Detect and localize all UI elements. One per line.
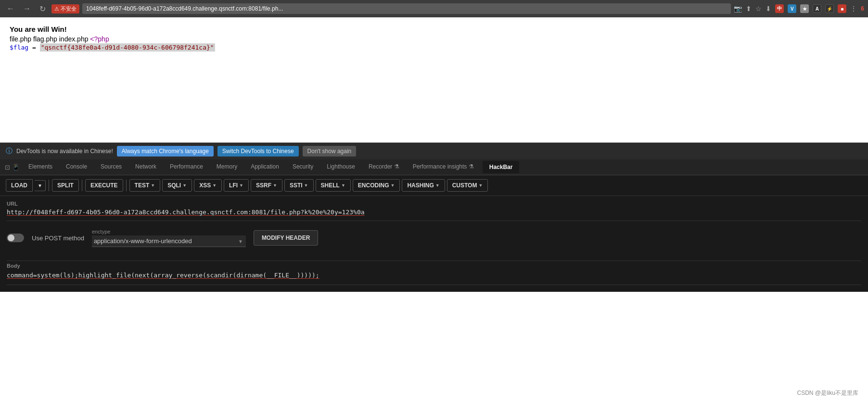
bookmark-icon[interactable]: ☆ (755, 5, 762, 13)
share-icon[interactable]: ⬆ (746, 5, 752, 13)
tab-recorder[interactable]: Recorder ⚗ (362, 159, 406, 175)
file-listing-text: file.php flag.php index.php (10, 35, 88, 43)
enctype-select-wrapper: application/x-www-form-urlencoded (92, 235, 246, 247)
shell-button[interactable]: SHELL ▼ (316, 179, 351, 192)
match-language-button[interactable]: Always match Chrome's language (117, 146, 214, 156)
tab-security[interactable]: Security (286, 159, 320, 175)
divider-1 (49, 180, 49, 191)
tab-hackbar[interactable]: HackBar (483, 161, 520, 173)
tab-application[interactable]: Application (244, 159, 286, 175)
page-content: You are will Win! file.php flag.php inde… (0, 17, 868, 143)
flag-line: $flag = "qsnctf{438fe0a4-d91d-4080-934c-… (10, 44, 858, 51)
split-button[interactable]: SPLIT (52, 179, 79, 192)
ssti-button[interactable]: SSTI ▼ (284, 179, 314, 192)
file-listing: file.php flag.php index.php <?php (10, 35, 858, 43)
flag-value: "qsnctf{438fe0a4-d91d-4080-934c-606798f2… (40, 43, 215, 52)
devtools-notify-bar: ⓘ DevTools is now available in Chinese! … (0, 143, 868, 159)
url-value[interactable]: http://f048feff-d697-4b05-96d0-a172a8ccd… (7, 209, 861, 216)
load-dropdown[interactable]: ▼ (35, 180, 46, 191)
hackbar-body-section: Body command=system(ls);highlight_file(n… (0, 255, 868, 292)
tab-memory[interactable]: Memory (210, 159, 244, 175)
xss-arrow: ▼ (212, 183, 217, 188)
flag-equals: = (32, 44, 36, 51)
tab-network[interactable]: Network (128, 159, 163, 175)
divider-2 (82, 180, 82, 191)
badge-6: 6 (861, 5, 864, 12)
switch-language-button[interactable]: Switch DevTools to Chinese (217, 146, 299, 156)
address-bar[interactable] (82, 3, 731, 14)
info-icon: ⓘ (6, 147, 13, 156)
mobile-icon[interactable]: 📱 (12, 164, 20, 171)
load-button[interactable]: LOAD (6, 179, 33, 192)
hashing-arrow: ▼ (435, 183, 440, 188)
post-toggle[interactable] (7, 234, 24, 242)
browser-bar: ← → ↻ ⚠ 不安全 📷 ⬆ ☆ ⬇ 中 V ★ A ⚡ ■ ⋮ 6 (0, 0, 868, 17)
post-row: Use POST method enctype application/x-ww… (7, 226, 861, 250)
tab-console[interactable]: Console (59, 159, 94, 175)
ext-icon-3[interactable]: ★ (800, 4, 809, 13)
post-label: Use POST method (32, 235, 84, 242)
security-text: 不安全 (61, 5, 77, 13)
dont-show-button[interactable]: Don't show again (303, 146, 357, 156)
sqli-button[interactable]: SQLI ▼ (162, 179, 192, 192)
hackbar-toolbar: LOAD ▼ SPLIT EXECUTE TEST ▼ SQLI ▼ XSS ▼… (0, 175, 868, 196)
tab-icons: ⊡ 📱 (5, 164, 22, 171)
ext-icon-4[interactable]: A (813, 4, 821, 13)
enctype-group: enctype application/x-www-form-urlencode… (92, 229, 246, 247)
toggle-knob (8, 235, 14, 241)
tab-sources[interactable]: Sources (94, 159, 128, 175)
enctype-select[interactable]: application/x-www-form-urlencoded (92, 235, 246, 247)
hackbar-url-area: URL http://f048feff-d697-4b05-96d0-a172a… (0, 196, 868, 255)
modify-header-button[interactable]: MODIFY HEADER (254, 230, 318, 246)
devtools-tab-bar: ⊡ 📱 Elements Console Sources Network Per… (0, 159, 868, 175)
reload-button[interactable]: ↻ (37, 2, 49, 15)
inspector-icon[interactable]: ⊡ (5, 164, 10, 171)
tab-performance[interactable]: Performance (163, 159, 210, 175)
ext-icon-6[interactable]: ■ (838, 4, 846, 13)
url-label: URL (7, 201, 861, 207)
php-tag: <?php (90, 35, 109, 43)
perf-insights-beaker-icon: ⚗ (469, 163, 474, 170)
body-separator (7, 261, 861, 261)
encoding-button[interactable]: ENCODING ▼ (353, 179, 400, 192)
back-button[interactable]: ← (4, 2, 17, 15)
test-button[interactable]: TEST ▼ (129, 179, 161, 192)
camera-icon[interactable]: 📷 (734, 5, 742, 13)
url-separator (7, 221, 861, 221)
body-separator-2 (7, 285, 861, 285)
security-badge: ⚠ 不安全 (51, 4, 79, 13)
tab-lighthouse[interactable]: Lighthouse (320, 159, 362, 175)
lfi-arrow: ▼ (239, 183, 243, 188)
ssrf-arrow: ▼ (273, 183, 277, 188)
xss-button[interactable]: XSS ▼ (194, 179, 222, 192)
ext-icon-1[interactable]: 中 (775, 4, 784, 13)
download-icon[interactable]: ⬇ (766, 5, 771, 13)
forward-button[interactable]: → (20, 2, 34, 15)
enctype-label: enctype (92, 229, 246, 235)
body-label: Body (7, 263, 861, 269)
shell-arrow: ▼ (341, 183, 345, 188)
ext-icon-5[interactable]: ⚡ (825, 4, 834, 13)
browser-icons: 📷 ⬆ ☆ ⬇ 中 V ★ A ⚡ ■ ⋮ 6 (734, 4, 864, 13)
notify-text: DevTools is now available in Chinese! (16, 148, 113, 155)
sqli-arrow: ▼ (182, 183, 187, 188)
ssrf-button[interactable]: SSRF ▼ (251, 179, 282, 192)
lfi-button[interactable]: LFI ▼ (224, 179, 249, 192)
test-arrow: ▼ (151, 183, 155, 188)
divider-3 (126, 180, 127, 191)
security-icon: ⚠ (54, 6, 59, 12)
win-text: You are will Win! (10, 25, 858, 33)
ext-icon-2[interactable]: V (788, 4, 796, 13)
recorder-beaker-icon: ⚗ (394, 163, 399, 170)
flag-var: $flag (10, 44, 28, 51)
body-value[interactable]: command=system(ls);highlight_file(next(a… (7, 271, 861, 281)
ssti-arrow: ▼ (304, 183, 308, 188)
more-icon[interactable]: ⋮ (850, 5, 857, 13)
encoding-arrow: ▼ (390, 183, 395, 188)
tab-elements[interactable]: Elements (22, 159, 59, 175)
custom-button[interactable]: CUSTOM ▼ (447, 179, 488, 192)
hashing-button[interactable]: HASHING ▼ (402, 179, 445, 192)
execute-button[interactable]: EXECUTE (85, 179, 123, 192)
tab-performance-insights[interactable]: Performance insights ⚗ (406, 159, 481, 175)
custom-arrow: ▼ (478, 183, 483, 188)
